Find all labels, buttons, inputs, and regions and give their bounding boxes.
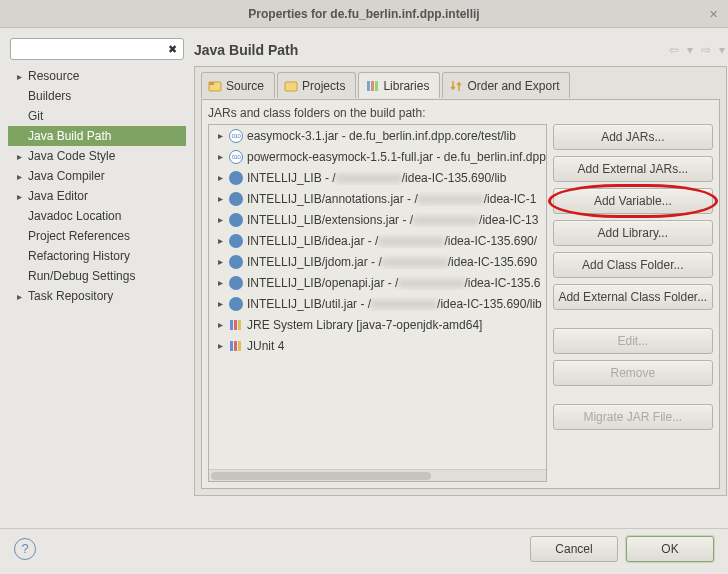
nav-back-icon[interactable]: ⇦ — [667, 43, 681, 57]
category-project-references[interactable]: Project References — [8, 226, 186, 246]
category-java-build-path[interactable]: Java Build Path — [8, 126, 186, 146]
edit-button: Edit... — [553, 328, 713, 354]
ok-button[interactable]: OK — [626, 536, 714, 562]
tab-label: Order and Export — [467, 79, 559, 93]
window-title: Properties for de.fu_berlin.inf.dpp.inte… — [248, 7, 479, 21]
category-git[interactable]: Git — [8, 106, 186, 126]
expand-arrow-icon[interactable]: ▸ — [215, 277, 225, 288]
expand-arrow-icon[interactable]: ▸ — [215, 130, 225, 141]
expand-arrow-icon[interactable]: ▸ — [12, 191, 26, 202]
expand-arrow-icon[interactable]: ▸ — [12, 151, 26, 162]
category-builders[interactable]: Builders — [8, 86, 186, 106]
category-resource[interactable]: ▸Resource — [8, 66, 186, 86]
svg-rect-9 — [230, 341, 233, 351]
library-label: JUnit 4 — [247, 339, 284, 353]
library-entry[interactable]: ▸powermock-easymock-1.5.1-full.jar - de.… — [209, 146, 546, 167]
cancel-button[interactable]: Cancel — [530, 536, 618, 562]
expand-arrow-icon[interactable]: ▸ — [215, 256, 225, 267]
source-tab-icon — [208, 79, 222, 93]
library-entry[interactable]: ▸INTELLIJ_LIB - /xxxxxxxxxxx/idea-IC-135… — [209, 167, 546, 188]
variable-icon — [229, 234, 243, 248]
svg-rect-1 — [209, 82, 214, 85]
order-tab-icon — [449, 79, 463, 93]
category-java-editor[interactable]: ▸Java Editor — [8, 186, 186, 206]
expand-arrow-icon[interactable]: ▸ — [215, 235, 225, 246]
nav-back-drop-icon[interactable]: ▾ — [685, 43, 695, 57]
category-label: Java Build Path — [26, 129, 111, 143]
category-task-repository[interactable]: ▸Task Repository — [8, 286, 186, 306]
tab-source[interactable]: Source — [201, 72, 275, 98]
library-entry[interactable]: ▸INTELLIJ_LIB/util.jar - /xxxxxxxxxxx/id… — [209, 293, 546, 314]
add-class-folder-button[interactable]: Add Class Folder... — [553, 252, 713, 278]
category-run-debug-settings[interactable]: Run/Debug Settings — [8, 266, 186, 286]
list-description: JARs and class folders on the build path… — [208, 106, 713, 120]
category-label: Refactoring History — [26, 249, 130, 263]
svg-rect-10 — [234, 341, 237, 351]
expand-arrow-icon[interactable]: ▸ — [215, 193, 225, 204]
title-bar: Properties for de.fu_berlin.inf.dpp.inte… — [0, 0, 728, 28]
library-entry[interactable]: ▸JUnit 4 — [209, 335, 546, 356]
library-entry[interactable]: ▸easymock-3.1.jar - de.fu_berlin.inf.dpp… — [209, 125, 546, 146]
expand-arrow-icon[interactable]: ▸ — [215, 298, 225, 309]
tab-projects[interactable]: Projects — [277, 72, 356, 98]
variable-icon — [229, 213, 243, 227]
add-external-class-folder-button[interactable]: Add External Class Folder... — [553, 284, 713, 310]
category-label: Javadoc Location — [26, 209, 121, 223]
clear-filter-icon[interactable]: ✖ — [165, 42, 179, 56]
expand-arrow-icon[interactable]: ▸ — [215, 151, 225, 162]
expand-arrow-icon[interactable]: ▸ — [215, 214, 225, 225]
expand-arrow-icon[interactable]: ▸ — [12, 71, 26, 82]
page-title: Java Build Path — [194, 42, 667, 58]
expand-arrow-icon[interactable]: ▸ — [12, 171, 26, 182]
tab-label: Projects — [302, 79, 345, 93]
nav-fwd-drop-icon[interactable]: ▾ — [717, 43, 727, 57]
library-entry[interactable]: ▸INTELLIJ_LIB/idea.jar - /xxxxxxxxxxx/id… — [209, 230, 546, 251]
library-entry[interactable]: ▸INTELLIJ_LIB/annotations.jar - /xxxxxxx… — [209, 188, 546, 209]
add-external-jars-button[interactable]: Add External JARs... — [553, 156, 713, 182]
add-jars-button[interactable]: Add JARs... — [553, 124, 713, 150]
category-java-compiler[interactable]: ▸Java Compiler — [8, 166, 186, 186]
add-library-button[interactable]: Add Library... — [553, 220, 713, 246]
library-entry[interactable]: ▸INTELLIJ_LIB/openapi.jar - /xxxxxxxxxxx… — [209, 272, 546, 293]
category-label: Project References — [26, 229, 130, 243]
add-variable-button[interactable]: Add Variable... — [553, 188, 713, 214]
expand-arrow-icon[interactable]: ▸ — [215, 172, 225, 183]
close-icon[interactable]: ✕ — [706, 7, 720, 21]
nav-fwd-icon[interactable]: ⇨ — [699, 43, 713, 57]
remove-button: Remove — [553, 360, 713, 386]
migrate-jar-button: Migrate JAR File... — [553, 404, 713, 430]
tab-libraries[interactable]: Libraries — [358, 72, 440, 98]
filter-field[interactable]: ✖ — [10, 38, 184, 60]
tab-order[interactable]: Order and Export — [442, 72, 570, 98]
help-icon[interactable]: ? — [14, 538, 36, 560]
jar-icon — [229, 129, 243, 143]
expand-arrow-icon[interactable]: ▸ — [12, 291, 26, 302]
svg-rect-4 — [371, 81, 374, 91]
libraries-list[interactable]: ▸easymock-3.1.jar - de.fu_berlin.inf.dpp… — [208, 124, 547, 482]
content-panel: Java Build Path ⇦ ▾ ⇨ ▾ SourceProjectsLi… — [194, 34, 727, 528]
library-entry[interactable]: ▸INTELLIJ_LIB/jdom.jar - /xxxxxxxxxxx/id… — [209, 251, 546, 272]
tab-label: Libraries — [383, 79, 429, 93]
category-java-code-style[interactable]: ▸Java Code Style — [8, 146, 186, 166]
category-tree[interactable]: ▸ResourceBuildersGitJava Build Path▸Java… — [8, 66, 186, 528]
category-label: Java Compiler — [26, 169, 105, 183]
filter-input[interactable] — [15, 42, 165, 56]
category-label: Resource — [26, 69, 79, 83]
expand-arrow-icon[interactable]: ▸ — [215, 340, 225, 351]
libraries-tab-icon — [365, 79, 379, 93]
horizontal-scrollbar[interactable] — [209, 469, 546, 481]
category-javadoc-location[interactable]: Javadoc Location — [8, 206, 186, 226]
expand-arrow-icon[interactable]: ▸ — [215, 319, 225, 330]
library-entry[interactable]: ▸JRE System Library [java-7-openjdk-amd6… — [209, 314, 546, 335]
svg-rect-7 — [234, 320, 237, 330]
variable-icon — [229, 171, 243, 185]
svg-rect-2 — [285, 82, 297, 91]
library-label: INTELLIJ_LIB/annotations.jar - /xxxxxxxx… — [247, 192, 536, 206]
library-label: INTELLIJ_LIB/util.jar - /xxxxxxxxxxx/ide… — [247, 297, 542, 311]
projects-tab-icon — [284, 79, 298, 93]
library-label: easymock-3.1.jar - de.fu_berlin.inf.dpp.… — [247, 129, 516, 143]
category-label: Task Repository — [26, 289, 113, 303]
library-entry[interactable]: ▸INTELLIJ_LIB/extensions.jar - /xxxxxxxx… — [209, 209, 546, 230]
category-refactoring-history[interactable]: Refactoring History — [8, 246, 186, 266]
scrollbar-thumb[interactable] — [211, 472, 431, 480]
